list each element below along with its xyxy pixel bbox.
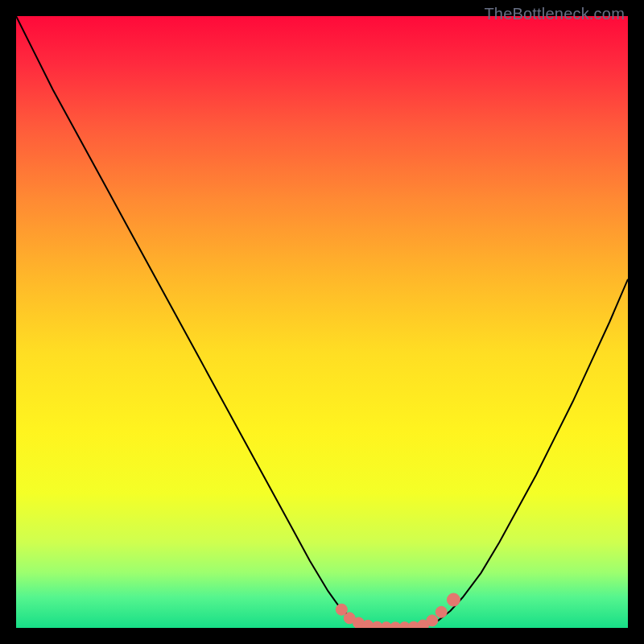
- plot-area: [16, 16, 628, 628]
- credit-label: TheBottleneck.com: [484, 5, 625, 23]
- marker-dot: [447, 593, 460, 606]
- marker-dot: [336, 604, 347, 615]
- heat-gradient-rect: [16, 16, 628, 628]
- chart-svg: [16, 16, 628, 628]
- marker-dot: [427, 615, 438, 626]
- chart-frame: TheBottleneck.com: [0, 0, 644, 644]
- marker-dot: [436, 606, 447, 617]
